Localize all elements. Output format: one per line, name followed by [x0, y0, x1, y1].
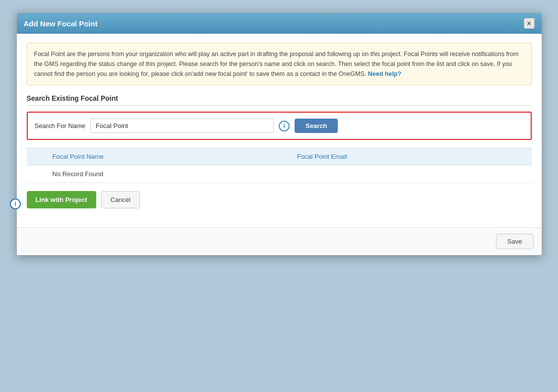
search-label: Search For Name: [35, 122, 86, 130]
search-button[interactable]: Search: [295, 119, 338, 133]
table-col-checkbox: [27, 148, 47, 165]
cancel-button[interactable]: Cancel: [101, 191, 140, 208]
table-col-email: Focal Point Email: [291, 148, 532, 165]
modal-dialog: Add New Focal Point × Focal Point are th…: [16, 12, 542, 256]
no-record-text: No Record Found: [47, 165, 532, 183]
info-circle-icon[interactable]: i: [279, 121, 290, 131]
action-buttons: Link with Project Cancel: [27, 191, 532, 208]
search-input[interactable]: [90, 119, 274, 133]
info-text: Focal Point are the persons from your or…: [34, 51, 519, 77]
need-help-link[interactable]: Need help?: [368, 70, 401, 77]
search-area: Search For Name i Search: [27, 112, 532, 140]
section-title: Search Existing Focal Point: [27, 94, 532, 106]
modal-body: Focal Point are the persons from your or…: [17, 34, 542, 227]
side-info-icon[interactable]: i: [10, 198, 21, 209]
info-box: Focal Point are the persons from your or…: [27, 43, 532, 85]
page-wrapper: i Add New Focal Point × Focal Point are …: [5, 5, 553, 392]
modal-close-button[interactable]: ×: [524, 18, 535, 29]
results-table: Focal Point Name Focal Point Email No Re…: [27, 148, 532, 183]
table-row: No Record Found: [27, 165, 532, 183]
save-button[interactable]: Save: [496, 234, 534, 249]
modal-header: Add New Focal Point ×: [17, 13, 542, 34]
table-cell-checkbox: [27, 165, 47, 183]
table-col-name: Focal Point Name: [47, 148, 291, 165]
table-header-row: Focal Point Name Focal Point Email: [27, 148, 532, 165]
link-with-project-button[interactable]: Link with Project: [27, 191, 96, 208]
modal-footer: Save: [17, 227, 542, 255]
modal-title: Add New Focal Point: [24, 19, 98, 28]
